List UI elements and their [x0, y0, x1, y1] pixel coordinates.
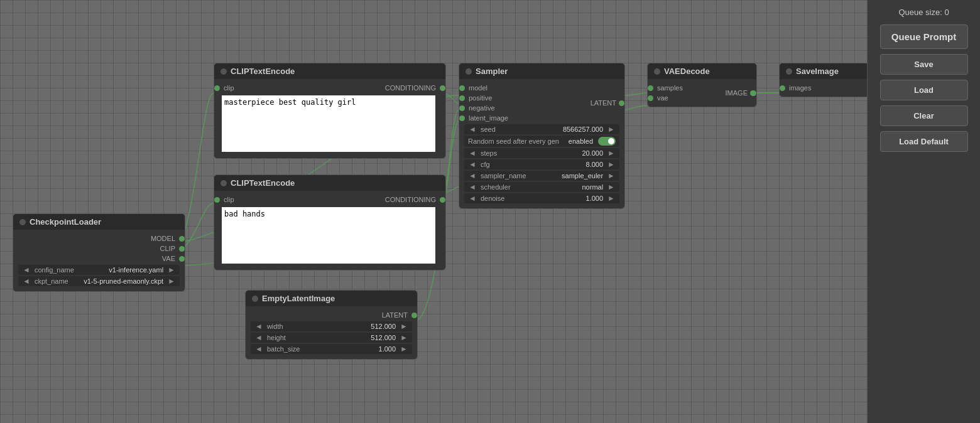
sampler-name-row[interactable]: ◄ sampler_name sample_euler ►: [464, 171, 619, 181]
port-negative-in-label: negative: [469, 104, 495, 112]
negative-prompt-textarea[interactable]: bad hands: [222, 207, 435, 264]
port-clip-output: CLIP: [16, 244, 182, 254]
seed-left-arrow[interactable]: ◄: [467, 125, 478, 134]
load-button[interactable]: Load: [880, 80, 968, 100]
batch-size-left-arrow[interactable]: ◄: [253, 345, 264, 353]
save-image-title: SaveImage: [796, 67, 839, 76]
height-label: height: [264, 334, 368, 341]
clear-button[interactable]: Clear: [880, 105, 968, 126]
port-samples-input: samples: [650, 83, 687, 93]
port-conditioning-neg-output: CONDITIONING: [385, 196, 439, 203]
sampler-name-left-arrow[interactable]: ◄: [467, 171, 478, 180]
height-value: 512.000: [368, 334, 398, 341]
seed-label: seed: [478, 126, 560, 133]
width-right-arrow[interactable]: ►: [398, 322, 410, 331]
config-name-label: config_name: [32, 266, 106, 274]
save-image-body: images: [780, 79, 879, 97]
scheduler-row[interactable]: ◄ scheduler normal ►: [464, 182, 619, 192]
cfg-row[interactable]: ◄ cfg 8.000 ►: [464, 159, 619, 169]
port-clip-pos-dot: [214, 85, 220, 91]
save-image-header: SaveImage: [780, 63, 879, 79]
checkpoint-loader-header: CheckpointLoader: [13, 214, 185, 230]
port-positive-in-label: positive: [469, 94, 492, 102]
steps-right-arrow[interactable]: ►: [606, 149, 617, 158]
vae-decode-body: samples vae IMAGE: [648, 79, 756, 107]
port-model-output: MODEL: [16, 233, 182, 244]
port-images-input: images: [782, 83, 876, 93]
queue-prompt-button[interactable]: Queue Prompt: [880, 24, 968, 49]
port-positive-in-dot: [459, 95, 465, 101]
denoise-left-arrow[interactable]: ◄: [467, 194, 478, 203]
width-left-arrow[interactable]: ◄: [253, 322, 264, 331]
height-row[interactable]: ◄ height 512.000 ►: [251, 333, 412, 343]
save-image-dot: [786, 68, 792, 75]
seed-right-arrow[interactable]: ►: [606, 125, 617, 134]
seed-row[interactable]: ◄ seed 8566257.000 ►: [464, 124, 619, 134]
denoise-value: 1.000: [584, 195, 606, 202]
scheduler-value: normal: [579, 183, 606, 191]
batch-size-right-arrow[interactable]: ►: [398, 345, 410, 353]
empty-latent-header: EmptyLatentImage: [246, 291, 417, 306]
sampler-node: Sampler model positive negative lat: [459, 63, 625, 209]
config-name-left-arrow[interactable]: ◄: [21, 265, 32, 274]
save-button[interactable]: Save: [880, 54, 968, 75]
width-label: width: [264, 323, 368, 330]
denoise-right-arrow[interactable]: ►: [606, 194, 617, 203]
port-clip-neg-label: clip: [224, 196, 234, 203]
port-positive-input: positive: [462, 93, 512, 103]
steps-row[interactable]: ◄ steps 20.000 ►: [464, 148, 619, 158]
port-vae-label: VAE: [162, 255, 175, 262]
port-model-dot: [179, 236, 185, 242]
vae-decode-dot: [654, 68, 660, 75]
cfg-right-arrow[interactable]: ►: [606, 160, 617, 169]
port-latent-dot: [411, 313, 417, 318]
load-default-button[interactable]: Load Default: [880, 131, 968, 152]
random-seed-value: enabled: [569, 137, 593, 145]
port-image-out-label: IMAGE: [726, 89, 748, 97]
port-vae-dot: [179, 256, 185, 262]
checkpoint-loader-node: CheckpointLoader MODEL CLIP VAE ◄ config…: [13, 213, 185, 292]
port-latent-image-dot: [459, 115, 465, 121]
port-conditioning-neg-label: CONDITIONING: [385, 196, 436, 203]
port-images-label: images: [789, 84, 811, 92]
random-seed-toggle[interactable]: [598, 137, 616, 146]
config-name-right-arrow[interactable]: ►: [166, 265, 177, 274]
cfg-label: cfg: [478, 161, 584, 168]
port-samples-label: samples: [657, 84, 683, 92]
port-latent-image-label: latent_image: [469, 114, 508, 122]
sampler-dot: [466, 68, 472, 75]
clip-text-encode-negative-header: CLIPTextEncode: [214, 175, 445, 191]
port-conditioning-pos-label: CONDITIONING: [385, 84, 436, 92]
port-clip-dot: [179, 246, 185, 252]
width-value: 512.000: [368, 323, 398, 330]
ckpt-name-row[interactable]: ◄ ckpt_name v1-5-pruned-emaonly.ckpt ►: [18, 276, 180, 286]
config-name-row[interactable]: ◄ config_name v1-inference.yaml ►: [18, 265, 180, 275]
ckpt-name-value: v1-5-pruned-emaonly.ckpt: [81, 277, 166, 285]
steps-label: steps: [478, 149, 580, 157]
height-right-arrow[interactable]: ►: [398, 333, 410, 342]
batch-size-label: batch_size: [264, 345, 376, 353]
steps-left-arrow[interactable]: ◄: [467, 149, 478, 158]
ckpt-name-right-arrow[interactable]: ►: [166, 277, 177, 286]
steps-value: 20.000: [579, 149, 606, 157]
save-image-node: SaveImage images: [779, 63, 879, 97]
width-row[interactable]: ◄ width 512.000 ►: [251, 321, 412, 331]
port-images-dot: [780, 85, 785, 91]
positive-prompt-textarea[interactable]: masterpiece best quality girl: [222, 95, 435, 152]
height-left-arrow[interactable]: ◄: [253, 333, 264, 342]
scheduler-right-arrow[interactable]: ►: [606, 183, 617, 191]
config-name-value: v1-inference.yaml: [106, 266, 166, 274]
random-seed-row: Random seed after every gen enabled: [464, 136, 619, 147]
port-conditioning-neg-dot: [440, 197, 445, 203]
sampler-name-right-arrow[interactable]: ►: [606, 171, 617, 180]
ckpt-name-left-arrow[interactable]: ◄: [21, 277, 32, 286]
port-model-in-label: model: [469, 84, 487, 92]
port-vae-output: VAE: [16, 254, 182, 264]
batch-size-row[interactable]: ◄ batch_size 1.000 ►: [251, 344, 412, 354]
scheduler-left-arrow[interactable]: ◄: [467, 183, 478, 191]
cfg-left-arrow[interactable]: ◄: [467, 160, 478, 169]
port-clip-neg-input: clip: [220, 196, 234, 203]
denoise-row[interactable]: ◄ denoise 1.000 ►: [464, 193, 619, 203]
port-clip-neg-dot: [214, 197, 220, 203]
port-conditioning-pos-dot: [440, 85, 445, 91]
